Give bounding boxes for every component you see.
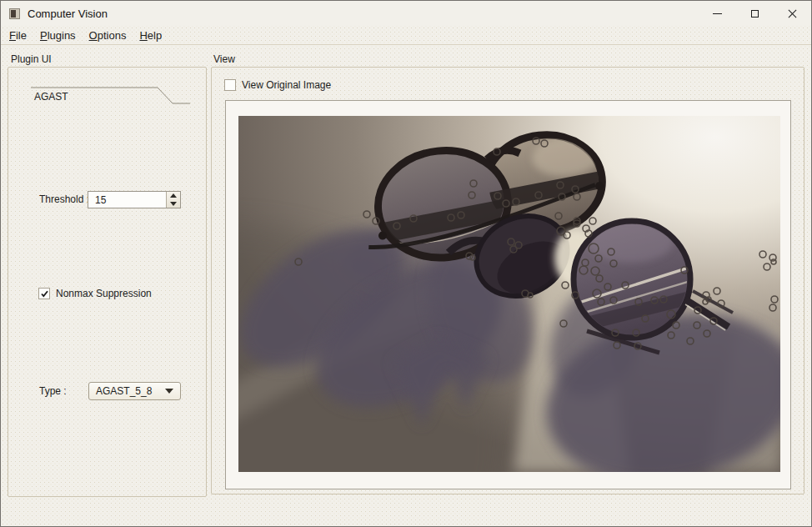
- nonmax-suppression-row: Nonmax Suppression: [38, 288, 152, 299]
- menu-plugins[interactable]: Plugins: [33, 27, 83, 44]
- spin-buttons: [166, 192, 180, 208]
- view-original-label[interactable]: View Original Image: [242, 79, 331, 91]
- menubar: File Plugins Options Help: [1, 26, 811, 45]
- window-controls: [699, 1, 811, 26]
- chevron-up-icon: [170, 193, 177, 198]
- tab-shape: [8, 68, 208, 109]
- view-original-row: View Original Image: [224, 79, 331, 91]
- chevron-down-icon: [170, 202, 177, 206]
- result-image: [238, 116, 780, 472]
- threshold-label: Threshold :: [39, 193, 89, 205]
- minimize-icon: [713, 13, 722, 14]
- maximize-button[interactable]: [736, 1, 774, 26]
- type-value: AGAST_5_8: [89, 385, 165, 397]
- spin-down-button[interactable]: [167, 200, 180, 208]
- menu-file[interactable]: File: [3, 27, 33, 44]
- titlebar: Computer Vision: [1, 1, 811, 26]
- close-icon: [788, 9, 797, 18]
- app-icon: [9, 8, 20, 19]
- image-frame: [225, 100, 791, 489]
- spin-up-button[interactable]: [167, 192, 180, 200]
- close-button[interactable]: [774, 1, 811, 26]
- tab-agast[interactable]: AGAST: [34, 91, 68, 103]
- view-panel-title: View: [213, 53, 235, 65]
- nonmax-label[interactable]: Nonmax Suppression: [56, 288, 152, 299]
- maximize-icon: [751, 10, 759, 18]
- window-title: Computer Vision: [28, 8, 108, 20]
- view-original-checkbox[interactable]: [224, 79, 236, 91]
- threshold-spinbox[interactable]: 15: [88, 191, 181, 208]
- dropdown-arrow-icon: [165, 389, 173, 394]
- menu-options[interactable]: Options: [83, 27, 133, 44]
- plugin-panel-title: Plugin UI: [11, 53, 52, 65]
- nonmax-checkbox[interactable]: [38, 288, 50, 299]
- type-label: Type :: [39, 385, 67, 397]
- plugin-panel: AGAST Threshold : 15 Nonmax Suppression …: [8, 67, 207, 497]
- threshold-value[interactable]: 15: [88, 192, 166, 208]
- view-panel: View Original Image: [211, 67, 804, 494]
- app-window: Computer Vision File Plugins Options Hel…: [0, 0, 812, 527]
- type-combobox[interactable]: AGAST_5_8: [88, 382, 181, 400]
- checkmark-icon: [40, 289, 49, 299]
- minimize-button[interactable]: [699, 1, 736, 26]
- menu-help[interactable]: Help: [133, 27, 168, 44]
